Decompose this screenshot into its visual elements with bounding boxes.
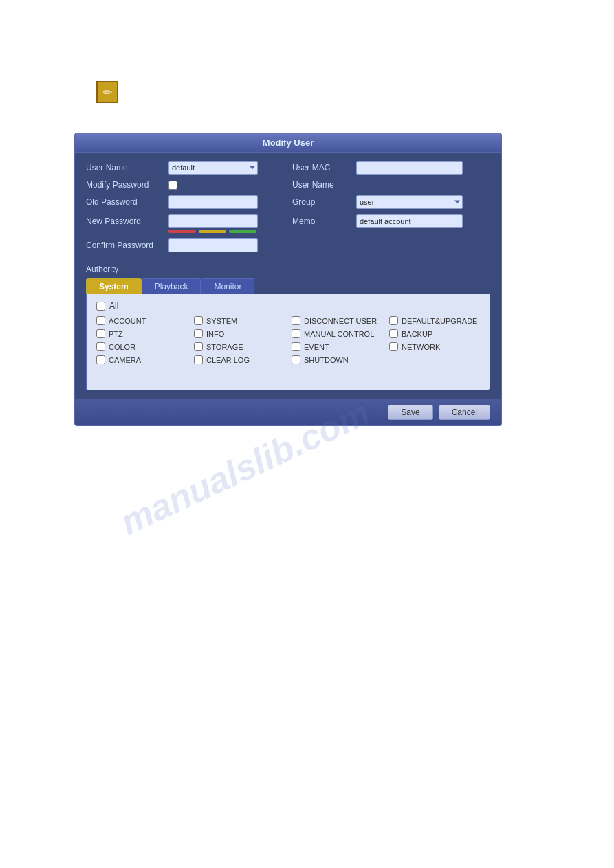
group-label: Group [292, 197, 351, 207]
perm-item-disconnect-user: DISCONNECT USER [292, 316, 382, 325]
perm-label-info: INFO [206, 330, 224, 338]
perm-checkbox-manual-control[interactable] [292, 329, 300, 338]
perm-item-shutdown: SHUTDOWN [292, 355, 382, 364]
user-mac-label: User MAC [292, 163, 351, 173]
perm-label-manual-control: MANUAL CONTROL [304, 330, 374, 338]
username-right-label: User Name [292, 180, 351, 190]
perm-label-backup: BACKUP [402, 330, 432, 338]
strength-bar-low [168, 230, 196, 233]
perm-item-account: ACCOUNT [96, 316, 187, 325]
left-column: User Name default Modify Password Old [86, 161, 278, 258]
perm-checkbox-network[interactable] [389, 342, 398, 351]
memo-label: Memo [292, 216, 351, 226]
perm-item-manual-control: MANUAL CONTROL [292, 329, 382, 338]
perm-checkbox-color[interactable] [96, 342, 105, 351]
edit-icon: ✏ [96, 81, 118, 103]
perm-item-camera: CAMERA [96, 355, 187, 364]
perm-checkbox-clear-log[interactable] [194, 355, 203, 364]
username-select[interactable]: default [168, 161, 258, 175]
perm-label-clear-log: CLEAR LOG [206, 356, 250, 364]
confirm-password-input[interactable] [168, 238, 258, 252]
perm-item-ptz: PTZ [96, 329, 187, 338]
perm-label-default-upgrade: DEFAULT&UPGRADE [402, 317, 477, 325]
memo-input[interactable] [356, 214, 463, 228]
perm-item-storage: STORAGE [194, 342, 285, 351]
new-password-label: New Password [86, 216, 168, 226]
authority-section: Authority System Playback Monitor All [86, 265, 490, 390]
perm-label-account: ACCOUNT [109, 317, 146, 325]
old-password-label: Old Password [86, 197, 168, 207]
tab-playback[interactable]: Playback [142, 278, 201, 294]
all-permission-row: All [96, 301, 480, 311]
right-column: User MAC User Name Group user [292, 161, 490, 258]
perm-checkbox-backup[interactable] [389, 329, 398, 338]
perm-checkbox-account[interactable] [96, 316, 105, 325]
authority-tabs: System Playback Monitor [86, 278, 490, 294]
perm-item-clear-log: CLEAR LOG [194, 355, 285, 364]
perm-checkbox-ptz[interactable] [96, 329, 105, 338]
modify-password-checkbox[interactable] [168, 181, 177, 190]
strength-bar-high [229, 230, 256, 233]
permissions-grid: ACCOUNT SYSTEM DISCONNECT USER DEFAULT&U… [96, 316, 480, 364]
modify-password-label: Modify Password [86, 180, 168, 190]
perm-label-disconnect-user: DISCONNECT USER [304, 317, 377, 325]
perm-label-storage: STORAGE [206, 343, 243, 351]
group-select[interactable]: user [356, 195, 463, 209]
perm-checkbox-disconnect-user[interactable] [292, 316, 300, 325]
perm-label-ptz: PTZ [109, 330, 123, 338]
password-strength-bars [168, 230, 256, 233]
dialog-footer: Save Cancel [75, 399, 501, 425]
dialog-body: User Name default Modify Password Old [75, 153, 501, 399]
perm-label-shutdown: SHUTDOWN [304, 356, 349, 364]
all-label: All [109, 301, 118, 311]
username-select-wrapper: default [168, 161, 258, 175]
tab-system[interactable]: System [86, 278, 142, 294]
tab-monitor[interactable]: Monitor [201, 278, 254, 294]
perm-checkbox-info[interactable] [194, 329, 203, 338]
perm-label-camera: CAMERA [109, 356, 141, 364]
perm-label-network: NETWORK [402, 343, 440, 351]
perm-label-color: COLOR [109, 343, 135, 351]
perm-item-backup: BACKUP [389, 329, 480, 338]
permissions-box: All ACCOUNT SYSTEM DISCONNECT USER [86, 294, 490, 390]
modify-user-dialog: Modify User User Name default M [74, 133, 502, 426]
perm-item-event: EVENT [292, 342, 382, 351]
cancel-button[interactable]: Cancel [439, 405, 490, 420]
user-mac-input[interactable] [356, 161, 463, 175]
username-label: User Name [86, 163, 168, 173]
save-button[interactable]: Save [388, 405, 432, 420]
perm-item-network: NETWORK [389, 342, 480, 351]
perm-item-info: INFO [194, 329, 285, 338]
perm-label-event: EVENT [304, 343, 329, 351]
perm-checkbox-shutdown[interactable] [292, 355, 300, 364]
perm-label-system: SYSTEM [206, 317, 237, 325]
old-password-input[interactable] [168, 195, 258, 209]
new-password-input[interactable] [168, 214, 258, 228]
perm-checkbox-camera[interactable] [96, 355, 105, 364]
perm-checkbox-default-upgrade[interactable] [389, 316, 398, 325]
perm-item-color: COLOR [96, 342, 187, 351]
perm-checkbox-event[interactable] [292, 342, 300, 351]
perm-checkbox-system[interactable] [194, 316, 203, 325]
all-checkbox[interactable] [96, 302, 105, 311]
perm-checkbox-storage[interactable] [194, 342, 203, 351]
strength-bar-med [199, 230, 226, 233]
confirm-password-label: Confirm Password [86, 241, 168, 250]
dialog-title: Modify User [75, 133, 501, 153]
authority-label: Authority [86, 265, 490, 274]
perm-item-default-upgrade: DEFAULT&UPGRADE [389, 316, 480, 325]
perm-item-system: SYSTEM [194, 316, 285, 325]
group-select-wrapper: user [356, 195, 463, 209]
